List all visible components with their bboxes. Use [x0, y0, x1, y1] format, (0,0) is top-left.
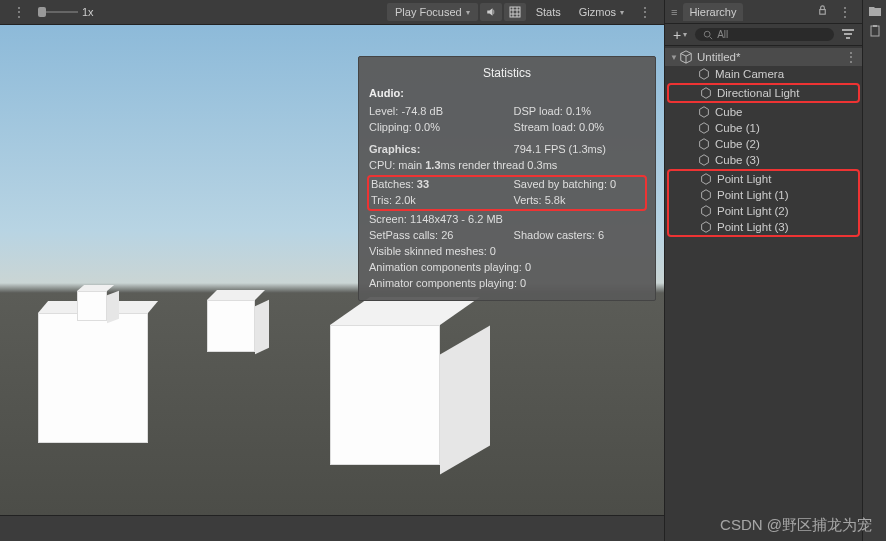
stats-saved-batching: Saved by batching: 0 — [513, 177, 643, 193]
svg-rect-11 — [871, 26, 879, 36]
gizmos-dropdown[interactable]: Gizmos▾ — [571, 3, 632, 21]
stats-screen: Screen: 1148x473 - 6.2 MB — [369, 212, 645, 228]
gameobject-icon — [697, 153, 711, 167]
hierarchy-item-directional-light[interactable]: Directional Light — [669, 85, 858, 101]
svg-rect-9 — [844, 33, 852, 35]
svg-rect-0 — [510, 7, 520, 17]
scene-row[interactable]: ▼ Untitled* ⋮ — [665, 48, 862, 66]
svg-rect-5 — [820, 10, 826, 15]
svg-rect-12 — [873, 25, 877, 27]
hierarchy-item-point-light-2[interactable]: Point Light (2) — [669, 203, 858, 219]
watermark: CSDN @野区捕龙为宠 — [720, 516, 872, 535]
stats-highlight-batches: Batches: 33 Saved by batching: 0 Tris: 2… — [367, 175, 647, 211]
mute-audio-button[interactable] — [480, 3, 502, 21]
stats-audio-level: Level: -74.8 dB — [369, 104, 514, 120]
hierarchy-tree: ▼ Untitled* ⋮ Main Camera Directional Li… — [665, 46, 862, 240]
gameobject-icon — [699, 188, 713, 202]
game-view-toolbar: ⋮ 1x Play Focused▾ Stats Gizmos▾ — [0, 0, 664, 25]
hierarchy-item-cube-3[interactable]: Cube (3) — [665, 152, 862, 168]
stats-cpu: CPU: main 1.3ms render thread 0.3ms — [369, 158, 645, 174]
hierarchy-item-point-light-1[interactable]: Point Light (1) — [669, 187, 858, 203]
hierarchy-item-camera[interactable]: Main Camera — [665, 66, 862, 82]
options-menu-icon[interactable]: ⋮ — [8, 4, 30, 20]
highlight-directional-light: Directional Light — [667, 83, 860, 103]
search-icon — [703, 30, 713, 40]
stats-clipping: Clipping: 0.0% — [369, 120, 514, 136]
statistics-panel: Statistics Audio: Level: -74.8 dB DSP lo… — [358, 56, 656, 301]
stats-dsp-load: DSP load: 0.1% — [514, 104, 645, 120]
stats-verts: Verts: 5.8k — [513, 193, 643, 209]
game-viewport: Statistics Audio: Level: -74.8 dB DSP lo… — [0, 25, 664, 541]
stats-anim-components: Animation components playing: 0 — [369, 260, 645, 276]
clipboard-icon[interactable] — [868, 24, 882, 38]
hierarchy-item-cube-1[interactable]: Cube (1) — [665, 120, 862, 136]
right-rail — [862, 0, 886, 541]
panel-menu-icon[interactable]: ≡ — [671, 6, 677, 18]
foldout-icon[interactable]: ▼ — [669, 53, 679, 62]
highlight-point-lights: Point Light Point Light (1) Point Light … — [667, 169, 860, 237]
toolbar-more-icon[interactable]: ⋮ — [634, 4, 656, 20]
stats-animator-components: Animator components playing: 0 — [369, 276, 645, 292]
scale-slider[interactable] — [38, 11, 78, 13]
stats-skinned-meshes: Visible skinned meshes: 0 — [369, 244, 645, 260]
stats-toggle[interactable]: Stats — [528, 3, 569, 21]
stats-title: Statistics — [369, 65, 645, 82]
stats-stream-load: Stream load: 0.0% — [514, 120, 645, 136]
gameobject-icon — [699, 220, 713, 234]
svg-rect-8 — [842, 29, 854, 31]
hierarchy-item-point-light[interactable]: Point Light — [669, 171, 858, 187]
stats-graphics-heading: Graphics: — [369, 142, 514, 158]
stats-setpass: SetPass calls: 26 — [369, 228, 514, 244]
gameobject-icon — [697, 67, 711, 81]
stats-tris: Tris: 2.0k — [371, 193, 513, 209]
filter-icon[interactable] — [838, 26, 858, 44]
gameobject-icon — [699, 204, 713, 218]
lock-icon[interactable] — [817, 5, 828, 18]
create-button[interactable]: +▾ — [669, 27, 691, 43]
gameobject-icon — [699, 86, 713, 100]
hierarchy-item-cube-2[interactable]: Cube (2) — [665, 136, 862, 152]
scale-label: 1x — [82, 6, 94, 18]
hierarchy-search[interactable]: All — [695, 28, 834, 41]
gameobject-icon — [697, 121, 711, 135]
hierarchy-item-point-light-3[interactable]: Point Light (3) — [669, 219, 858, 235]
aspect-grid-button[interactable] — [504, 3, 526, 21]
stats-audio-heading: Audio: — [369, 86, 645, 102]
scene-icon — [679, 50, 693, 64]
stats-shadow-casters: Shadow casters: 6 — [514, 228, 645, 244]
gameobject-icon — [699, 172, 713, 186]
hierarchy-tab[interactable]: Hierarchy — [683, 3, 742, 21]
svg-line-7 — [710, 36, 713, 39]
scene-menu-icon[interactable]: ⋮ — [844, 49, 858, 65]
stats-fps: 794.1 FPS (1.3ms) — [514, 142, 645, 158]
gameobject-icon — [697, 105, 711, 119]
stats-batches: Batches: 33 — [371, 177, 513, 193]
hierarchy-item-cube[interactable]: Cube — [665, 104, 862, 120]
folder-icon[interactable] — [868, 4, 882, 18]
panel-more-icon[interactable]: ⋮ — [834, 4, 856, 20]
gameobject-icon — [697, 137, 711, 151]
svg-rect-10 — [846, 37, 850, 39]
svg-point-6 — [704, 31, 710, 37]
display-mode-dropdown[interactable]: Play Focused▾ — [387, 3, 478, 21]
status-bar — [0, 515, 664, 541]
hierarchy-panel: ≡ Hierarchy ⋮ +▾ All ▼ Untitled* ⋮ — [664, 0, 862, 541]
